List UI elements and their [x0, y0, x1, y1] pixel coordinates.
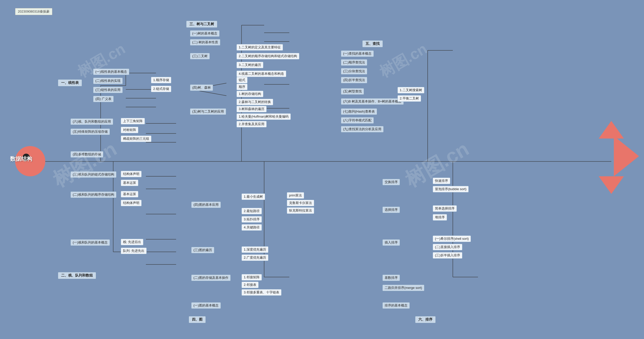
node-five-5: (五)树型查找	[341, 88, 364, 95]
node-five-7: (七)散列(Hash)查希表	[341, 108, 377, 115]
node-five-sub2: 2.平衡二叉树	[397, 95, 421, 102]
node-four-sub2: 2.邻接表	[242, 282, 259, 288]
node-five-9: (九)查找算法的分析及应用	[341, 126, 384, 132]
node-six-sub3: 简单选择排序	[433, 205, 457, 212]
node-two-sub7: 结构体声明	[121, 200, 142, 206]
node-two-sub2: 对称矩阵	[121, 127, 138, 133]
node-four-sub9: 4.关键路径	[242, 224, 262, 231]
node-six-5: 二路归并排序(merge sort)	[382, 285, 424, 291]
section-two-label: 二、栈、队列和数组	[58, 272, 96, 279]
node-one-3: (三)链性表的应用	[93, 87, 123, 93]
node-three-1: (一)树的基本概念	[190, 30, 220, 37]
node-one-sub1: 1.顺序存储	[151, 77, 171, 83]
node-six-sub5: (一)希尔排序(shell sort)	[433, 235, 471, 242]
node-four-3: (三)图的遍历	[191, 247, 214, 253]
section-six-label: 六、排序	[415, 316, 436, 323]
node-three-sub2: 2.二叉树的顺序存储结构和链式存储结构	[236, 53, 299, 59]
node-six-sub1: 快速排序	[433, 178, 450, 184]
node-four-sub6: 1.最小生成树	[242, 193, 265, 200]
node-six-sub4: 堆排序	[433, 214, 447, 221]
node-two-1: (六)栈、队列和数组的应用	[70, 118, 113, 125]
fish-fin-lower	[599, 176, 624, 194]
node-five-1: (一)查找的基本概念	[341, 50, 374, 57]
top-label: 202309080318秦振豪	[15, 8, 52, 15]
node-two-sub6: 基本运算	[121, 191, 138, 197]
node-two-2: (五)特殊矩阵的压缩存储	[70, 128, 110, 135]
section-five-label: 五、查找	[362, 40, 383, 47]
node-one-1: (一)线性表的基本概念	[93, 69, 129, 75]
node-six-sub7: (三)折半插入排序	[433, 252, 462, 259]
node-one-2: (二)线性表的实现	[93, 78, 123, 84]
watermark-text-1: 树图.cn	[74, 39, 129, 82]
node-three-sub7: 1.树的存储结构	[236, 91, 263, 97]
node-four-sub3: 3.邻接多重表、十字链表	[242, 289, 281, 296]
node-six-3: 插入排序	[382, 239, 400, 246]
node-four-prim: prim算法	[287, 192, 304, 199]
node-five-6: (六)B 树及其基本操作、B+树的基本概念	[341, 98, 404, 105]
node-three-sub1: 1.二叉树的定义及其主要特征	[236, 44, 283, 51]
node-two-sub4: 结构体声明	[121, 171, 142, 177]
node-four-sub4: 1.深度优先遍历	[242, 246, 268, 253]
node-three-sub3: 3.二叉树的遍历	[236, 62, 263, 68]
node-two-sub1: 上下三角矩阵	[121, 118, 145, 124]
node-three-sub5: 链式	[236, 77, 248, 83]
node-four-sub8: 3.拓扑排序	[242, 216, 262, 223]
node-two-sub5: 基本运算	[121, 180, 138, 186]
node-six-4: 基数排序	[382, 275, 400, 281]
node-two-sub8: 栈: 先进后出	[121, 239, 143, 245]
node-two-6: (一)栈和队列的基本概念	[70, 239, 110, 246]
node-three-sub6: 顺序	[236, 84, 248, 90]
node-five-sub1: 1.二叉树搜索树	[397, 87, 424, 93]
node-six-1: 交换排序	[382, 179, 400, 185]
watermark: 树图.cn 树图.cn 树图.cn 树图.cn	[0, 0, 644, 339]
fish-tail-right	[614, 136, 639, 176]
node-two-sub9: 队列: 先进先出	[121, 248, 147, 254]
node-one-4: (四) 广义表	[93, 96, 114, 102]
node-four-1: (一)图的基本概念	[191, 302, 221, 309]
node-three-3: (三)二叉树	[190, 53, 210, 59]
node-four-sub5: 2.广度优先遍历	[242, 254, 268, 261]
node-four-sub7: 2.最短路径	[242, 208, 262, 214]
node-four-4: (四)图的基本应用	[191, 201, 221, 208]
node-three-sub11: 2.并查集及其应用	[236, 121, 267, 127]
center-node: 数据结构	[10, 155, 32, 163]
node-two-sub3: 稀疏矩阵的三元组	[121, 135, 151, 142]
section-four-label: 四、图	[189, 316, 206, 323]
node-two-4: (三)栈和队列的链式存储结构	[70, 171, 116, 178]
section-three-label: 三、树与二叉树	[186, 21, 217, 28]
node-six-6: 排序的基本概念	[382, 302, 410, 309]
node-three-sub9: 3.树和森林的遍历	[236, 106, 267, 112]
watermark-text-3: 树图.cn	[376, 39, 431, 82]
node-six-sub6: (二)直接插入排序	[433, 244, 462, 250]
node-three-sub10: 1.哈夫曼(Huffman)树和哈夫曼编码	[236, 113, 291, 120]
watermark-text-2: 树图.cn	[48, 135, 122, 194]
watermark-text-4: 树图.cn	[400, 135, 474, 194]
node-one-sub2: 2.链式存储	[151, 86, 171, 92]
node-six-sub2: 冒泡排序(bubble sort)	[433, 186, 469, 192]
node-five-3: (三)分块查找法	[341, 68, 367, 75]
section-one-label: 一、线性表	[58, 79, 82, 86]
node-three-sub8: 2.森林与二叉树的转换	[236, 99, 273, 105]
node-five-2: (二)顺序查找法	[341, 59, 367, 66]
node-four-2: (二)图的存储及基本操作	[191, 275, 231, 281]
node-six-2: 选择排序	[382, 207, 400, 213]
node-two-3: (四)多维数组的存储	[70, 151, 103, 158]
node-five-8: (八)字符串模式匹配	[341, 117, 374, 124]
node-three-2: (二) 树的基本性质	[190, 39, 220, 46]
node-three-sub4: 4.线索二叉树的基本概念和构造	[236, 71, 286, 77]
node-four-sub1: 1.邻接矩阵	[242, 274, 262, 281]
node-three-4: (四)树、森林	[190, 84, 213, 91]
node-three-5: (五)树与二叉树的应用	[190, 108, 226, 115]
node-four-dijkstra: 狄克斯特拉算法	[287, 207, 314, 214]
node-four-kruskal: 克鲁斯卡尔算法	[287, 200, 314, 206]
node-two-5: (二)栈和队列的顺序存储结构	[70, 191, 116, 198]
node-five-4: (四)折半查找法	[341, 77, 367, 83]
